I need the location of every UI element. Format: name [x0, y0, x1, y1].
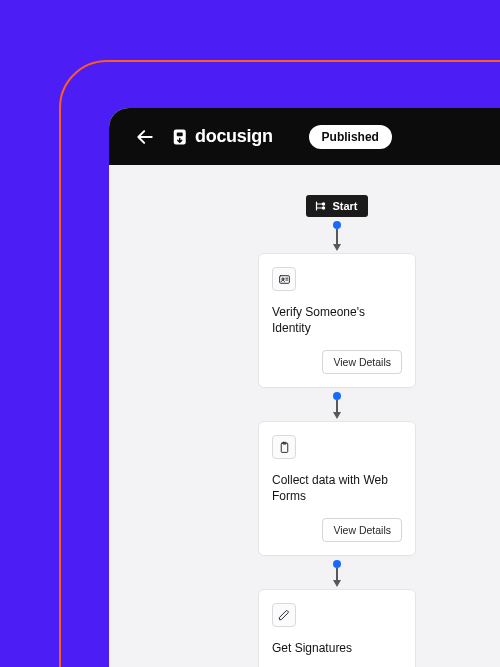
- svg-point-6: [323, 203, 325, 205]
- workflow-step-card[interactable]: Get Signatures View Details: [258, 589, 416, 667]
- arrow-left-icon: [135, 127, 155, 147]
- connector-line: [336, 229, 338, 244]
- arrow-down-icon: [333, 580, 341, 587]
- connector-line: [336, 400, 338, 412]
- arrow-down-icon: [333, 412, 341, 419]
- svg-rect-2: [177, 132, 183, 136]
- view-details-button[interactable]: View Details: [322, 518, 402, 542]
- connector: [333, 388, 341, 421]
- svg-point-7: [323, 207, 325, 209]
- step-title: Verify Someone's Identity: [272, 305, 402, 336]
- node-dot: [333, 392, 341, 400]
- back-button[interactable]: [135, 127, 155, 147]
- connector: [333, 217, 341, 253]
- app-header: docusign Published: [109, 108, 500, 165]
- svg-point-9: [281, 277, 283, 279]
- clipboard-icon: [278, 441, 291, 454]
- connector-line: [336, 568, 338, 580]
- pen-icon: [278, 609, 291, 622]
- step-icon-box: [272, 603, 296, 627]
- step-title: Get Signatures: [272, 641, 402, 657]
- step-title: Collect data with Web Forms: [272, 473, 402, 504]
- start-node[interactable]: Start: [306, 195, 367, 217]
- workflow-column: Start: [257, 195, 417, 667]
- step-icon-box: [272, 435, 296, 459]
- view-details-button[interactable]: View Details: [322, 350, 402, 374]
- app-window: docusign Published Start: [109, 108, 500, 667]
- brand-name: docusign: [195, 126, 273, 147]
- arrow-down-icon: [333, 244, 341, 251]
- brand-logo: docusign: [173, 126, 273, 147]
- status-badge: Published: [309, 125, 392, 149]
- workflow-step-card[interactable]: Collect data with Web Forms View Details: [258, 421, 416, 556]
- node-dot: [333, 560, 341, 568]
- node-dot: [333, 221, 341, 229]
- id-card-icon: [278, 273, 291, 286]
- workflow-canvas: Start: [109, 165, 500, 667]
- workflow-step-card[interactable]: Verify Someone's Identity View Details: [258, 253, 416, 388]
- docusign-logo-icon: [173, 128, 191, 146]
- start-label: Start: [332, 200, 357, 212]
- branch-icon: [314, 200, 326, 212]
- step-icon-box: [272, 267, 296, 291]
- connector: [333, 556, 341, 589]
- svg-rect-8: [279, 275, 289, 283]
